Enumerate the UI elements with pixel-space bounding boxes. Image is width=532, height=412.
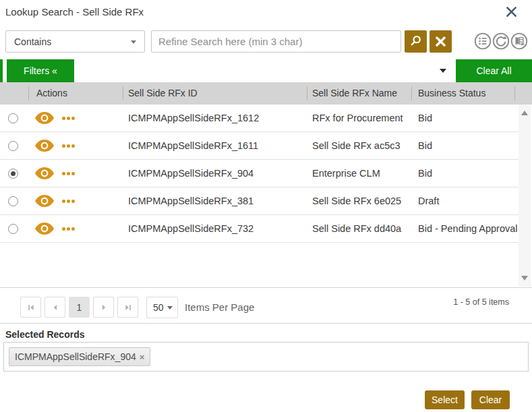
cell-rfx-id: ICMPMAppSellSideRFx_381 — [128, 187, 254, 215]
clear-search-button[interactable] — [430, 30, 452, 53]
row-radio[interactable] — [8, 196, 18, 206]
column-header-rfx-name[interactable]: Sell Side RFx Name — [312, 82, 397, 105]
x-icon — [436, 36, 446, 47]
selected-records-box: ICMPMAppSellSideRFx_904 × — [3, 342, 529, 372]
view-record-icon[interactable] — [35, 112, 54, 127]
filter-row-accent — [0, 59, 3, 82]
chevron-down-icon — [167, 306, 173, 310]
selected-records-label: Selected Records — [5, 329, 85, 340]
row-menu-icon[interactable] — [62, 227, 75, 231]
next-page-icon — [100, 303, 108, 312]
current-page-button[interactable]: 1 — [69, 297, 90, 318]
clear-all-filters-button[interactable]: Clear All — [456, 59, 532, 82]
cell-rfx-name: Sell Side RFx dd40a — [312, 215, 401, 243]
refresh-icon[interactable] — [492, 32, 510, 50]
cell-rfx-name: RFx for Procurement — [312, 105, 403, 132]
magnifier-icon — [407, 32, 425, 51]
page-size-value: 50 — [153, 302, 164, 313]
column-header-status[interactable]: Business Status — [418, 82, 485, 105]
cell-rfx-id: ICMPMAppSellSideRFx_904 — [128, 160, 254, 187]
lookup-search-dialog: Lookup Search - Sell Side RFx Contains F… — [0, 0, 532, 412]
pagination-bar: 1 50 Items Per Page 1 - 5 of 5 items — [0, 287, 532, 324]
vertical-scrollbar[interactable] — [519, 105, 531, 287]
row-menu-icon[interactable] — [62, 200, 75, 203]
cell-rfx-id: ICMPMAppSellSideRFx_1612 — [128, 105, 259, 132]
cell-status: Draft — [418, 187, 439, 215]
table-row[interactable]: ICMPMAppSellSideRFx_1612 RFx for Procure… — [0, 105, 519, 132]
row-radio[interactable] — [8, 224, 18, 234]
chevron-down-icon — [440, 69, 446, 73]
next-page-button[interactable] — [93, 297, 114, 318]
view-record-icon[interactable] — [35, 195, 54, 210]
chip-label: ICMPMAppSellSideRFx_904 — [15, 351, 136, 362]
row-radio[interactable] — [8, 169, 18, 179]
first-page-button[interactable] — [20, 297, 41, 318]
search-operator-value: Contains — [14, 36, 51, 47]
row-menu-icon[interactable] — [62, 117, 75, 120]
cell-rfx-name: Sell Side RFx ac5c3 — [312, 132, 401, 160]
filter-dropdown[interactable] — [74, 59, 456, 82]
list-view-icon[interactable] — [474, 32, 492, 50]
row-menu-icon[interactable] — [62, 172, 75, 175]
scroll-up-icon[interactable] — [521, 111, 528, 115]
row-radio[interactable] — [8, 141, 18, 151]
search-operator-select[interactable]: Contains — [5, 30, 145, 53]
column-header-actions[interactable]: Actions — [36, 82, 67, 105]
cell-status: Bid — [418, 160, 432, 187]
first-page-icon — [27, 303, 35, 312]
filters-toggle-button[interactable]: Filters « — [7, 59, 74, 82]
view-record-icon[interactable] — [35, 223, 54, 237]
export-icon[interactable] — [510, 32, 528, 50]
filters-toggle-label: Filters « — [24, 65, 57, 76]
close-icon[interactable] — [504, 4, 519, 19]
scroll-down-icon[interactable] — [521, 276, 528, 281]
page-size-select[interactable]: 50 — [146, 297, 178, 318]
column-header-rfx-id[interactable]: Sell Side RFx ID — [128, 82, 198, 105]
cell-status: Bid — [418, 132, 432, 160]
cell-rfx-id: ICMPMAppSellSideRFx_1611 — [128, 132, 258, 160]
items-range-label: 1 - 5 of 5 items — [453, 297, 509, 307]
view-record-icon[interactable] — [35, 140, 54, 154]
table-row[interactable]: ICMPMAppSellSideRFx_1611 Sell Side RFx a… — [0, 132, 519, 160]
select-button[interactable]: Select — [425, 390, 465, 409]
previous-page-icon — [51, 303, 59, 312]
cell-rfx-name: Enterprise CLM — [312, 160, 380, 187]
cell-rfx-name: Sell Side RFx 6e025 — [312, 187, 401, 215]
cell-rfx-id: ICMPMAppSellSideRFx_732 — [128, 215, 254, 243]
clear-button[interactable]: Clear — [471, 390, 510, 409]
row-menu-icon[interactable] — [62, 144, 75, 148]
table-row[interactable]: ICMPMAppSellSideRFx_732 Sell Side RFx dd… — [0, 215, 519, 243]
cell-status: Bid — [418, 105, 432, 132]
last-page-button[interactable] — [117, 297, 138, 318]
cell-status: Bid - Pending Approval — [418, 215, 518, 243]
search-input[interactable] — [151, 30, 401, 53]
remove-chip-icon[interactable]: × — [140, 353, 145, 361]
table-row[interactable]: ICMPMAppSellSideRFx_381 Sell Side RFx 6e… — [0, 187, 519, 215]
clear-all-label: Clear All — [476, 65, 511, 76]
table-header: Actions Sell Side RFx ID Sell Side RFx N… — [0, 82, 532, 105]
search-button[interactable] — [405, 30, 427, 53]
row-radio[interactable] — [8, 113, 18, 123]
previous-page-button[interactable] — [45, 297, 65, 318]
selected-record-chip[interactable]: ICMPMAppSellSideRFx_904 × — [9, 347, 150, 366]
last-page-icon — [124, 303, 132, 312]
view-record-icon[interactable] — [35, 167, 54, 182]
chevron-down-icon — [131, 40, 136, 44]
dialog-title: Lookup Search - Sell Side RFx — [5, 6, 144, 18]
items-per-page-label: Items Per Page — [185, 297, 254, 318]
table-row[interactable]: ICMPMAppSellSideRFx_904 Enterprise CLM B… — [0, 160, 519, 187]
table-body: ICMPMAppSellSideRFx_1612 RFx for Procure… — [0, 105, 532, 287]
